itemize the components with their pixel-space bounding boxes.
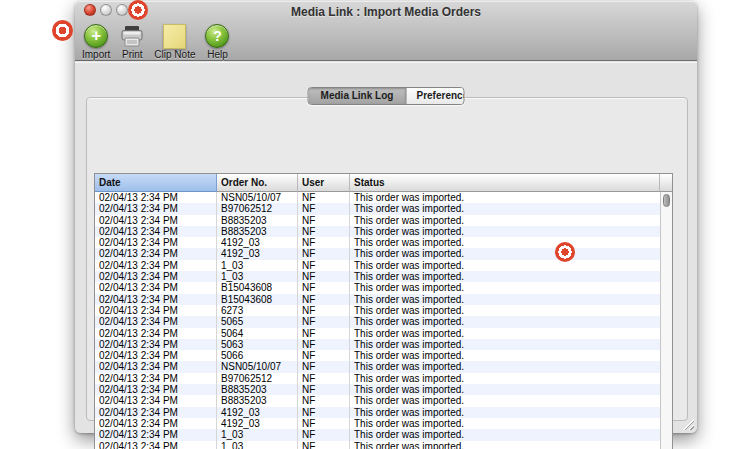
cell-date: 02/04/13 2:34 PM xyxy=(95,226,217,237)
cell-user: NF xyxy=(298,305,350,316)
cell-order: B97062512 xyxy=(217,203,298,214)
tab-preferences[interactable]: Preferences xyxy=(406,88,464,104)
cell-user: NF xyxy=(298,407,350,418)
column-header-date[interactable]: Date xyxy=(95,174,217,192)
table-row[interactable]: 02/04/13 2:34 PM4192_03NFThis order was … xyxy=(95,248,660,259)
table-row[interactable]: 02/04/13 2:34 PMB15043608NFThis order wa… xyxy=(95,294,660,305)
cell-user: NF xyxy=(298,203,350,214)
cell-status: This order was imported. xyxy=(350,339,660,350)
cell-date: 02/04/13 2:34 PM xyxy=(95,429,217,440)
cell-status: This order was imported. xyxy=(350,373,660,384)
table-row[interactable]: 02/04/13 2:34 PM1_03NFThis order was imp… xyxy=(95,429,660,440)
table-row[interactable]: 02/04/13 2:34 PM4192_03NFThis order was … xyxy=(95,237,660,248)
cell-order: B8835203 xyxy=(217,226,298,237)
table-row[interactable]: 02/04/13 2:34 PM5065NFThis order was imp… xyxy=(95,316,660,327)
printer-icon xyxy=(120,25,144,48)
cell-order: B8835203 xyxy=(217,215,298,226)
table-row[interactable]: 02/04/13 2:34 PMB97062512NFThis order wa… xyxy=(95,373,660,384)
table-row[interactable]: 02/04/13 2:34 PMB15043608NFThis order wa… xyxy=(95,282,660,293)
cell-status: This order was imported. xyxy=(350,395,660,406)
cell-status: This order was imported. xyxy=(350,237,660,248)
cell-user: NF xyxy=(298,429,350,440)
table-row[interactable]: 02/04/13 2:34 PMNSN05/10/07NFThis order … xyxy=(95,192,660,203)
cell-user: NF xyxy=(298,384,350,395)
cell-user: NF xyxy=(298,418,350,429)
sticky-note-icon xyxy=(163,24,186,49)
cell-status: This order was imported. xyxy=(350,248,660,259)
cell-status: This order was imported. xyxy=(350,441,660,449)
tab-bar: Media Link Log Preferences xyxy=(308,87,465,105)
cell-date: 02/04/13 2:34 PM xyxy=(95,350,217,361)
cell-status: This order was imported. xyxy=(350,361,660,372)
cell-date: 02/04/13 2:34 PM xyxy=(95,294,217,305)
cell-order: B8835203 xyxy=(217,384,298,395)
cell-status: This order was imported. xyxy=(350,429,660,440)
cell-status: This order was imported. xyxy=(350,192,660,203)
table-row[interactable]: 02/04/13 2:34 PMB8835203NFThis order was… xyxy=(95,395,660,406)
cell-user: NF xyxy=(298,260,350,271)
table-row[interactable]: 02/04/13 2:34 PM5063NFThis order was imp… xyxy=(95,339,660,350)
cell-status: This order was imported. xyxy=(350,384,660,395)
tab-media-link-log[interactable]: Media Link Log xyxy=(309,88,406,104)
cell-date: 02/04/13 2:34 PM xyxy=(95,260,217,271)
table-scrollbar[interactable] xyxy=(660,192,672,449)
table-row[interactable]: 02/04/13 2:34 PM1_03NFThis order was imp… xyxy=(95,441,660,449)
help-question-icon: ? xyxy=(205,24,229,48)
cell-order: 4192_03 xyxy=(217,418,298,429)
window-chrome: Media Link : Import Media Orders + Impor… xyxy=(75,1,697,61)
cell-user: NF xyxy=(298,328,350,339)
cell-user: NF xyxy=(298,248,350,259)
cell-order: B15043608 xyxy=(217,294,298,305)
table-row[interactable]: 02/04/13 2:34 PMB8835203NFThis order was… xyxy=(95,226,660,237)
cell-date: 02/04/13 2:34 PM xyxy=(95,282,217,293)
cell-date: 02/04/13 2:34 PM xyxy=(95,248,217,259)
table-row[interactable]: 02/04/13 2:34 PM1_03NFThis order was imp… xyxy=(95,260,660,271)
cell-order: 1_03 xyxy=(217,441,298,449)
cell-date: 02/04/13 2:34 PM xyxy=(95,373,217,384)
table-row[interactable]: 02/04/13 2:34 PMNSN05/10/07NFThis order … xyxy=(95,361,660,372)
cell-order: 1_03 xyxy=(217,271,298,282)
cell-order: 6273 xyxy=(217,305,298,316)
cell-user: NF xyxy=(298,373,350,384)
cell-order: B97062512 xyxy=(217,373,298,384)
table-row[interactable]: 02/04/13 2:34 PMB8835203NFThis order was… xyxy=(95,215,660,226)
table-row[interactable]: 02/04/13 2:34 PM4192_03NFThis order was … xyxy=(95,407,660,418)
cell-user: NF xyxy=(298,226,350,237)
cell-date: 02/04/13 2:34 PM xyxy=(95,203,217,214)
cell-date: 02/04/13 2:34 PM xyxy=(95,407,217,418)
import-button[interactable]: + Import xyxy=(77,23,115,60)
cell-status: This order was imported. xyxy=(350,407,660,418)
toolbar: + Import Prin xyxy=(77,23,234,61)
table-row[interactable]: 02/04/13 2:34 PM4192_03NFThis order was … xyxy=(95,418,660,429)
table-row[interactable]: 02/04/13 2:34 PMB8835203NFThis order was… xyxy=(95,384,660,395)
cell-date: 02/04/13 2:34 PM xyxy=(95,305,217,316)
scrollbar-thumb[interactable] xyxy=(663,194,670,207)
orders-table-body: 02/04/13 2:34 PMNSN05/10/07NFThis order … xyxy=(95,192,660,449)
cell-date: 02/04/13 2:34 PM xyxy=(95,418,217,429)
import-plus-icon: + xyxy=(84,24,108,48)
print-button[interactable]: Print xyxy=(115,23,149,60)
table-row[interactable]: 02/04/13 2:34 PM5066NFThis order was imp… xyxy=(95,350,660,361)
cell-status: This order was imported. xyxy=(350,271,660,282)
orders-table: Date Order No. User Status 02/04/13 2:34… xyxy=(94,173,673,449)
cell-status: This order was imported. xyxy=(350,260,660,271)
print-button-label: Print xyxy=(122,49,143,60)
cell-order: 4192_03 xyxy=(217,407,298,418)
column-header-status[interactable]: Status xyxy=(350,174,660,192)
column-header-order-no[interactable]: Order No. xyxy=(217,174,298,192)
table-row[interactable]: 02/04/13 2:34 PM6273NFThis order was imp… xyxy=(95,305,660,316)
window-title: Media Link : Import Media Orders xyxy=(75,5,697,19)
table-row[interactable]: 02/04/13 2:34 PM5064NFThis order was imp… xyxy=(95,328,660,339)
table-row[interactable]: 02/04/13 2:34 PM1_03NFThis order was imp… xyxy=(95,271,660,282)
column-header-scroll-corner xyxy=(660,174,672,192)
column-header-user[interactable]: User xyxy=(298,174,350,192)
help-button[interactable]: ? Help xyxy=(200,23,234,60)
cell-status: This order was imported. xyxy=(350,305,660,316)
table-row[interactable]: 02/04/13 2:34 PMB97062512NFThis order wa… xyxy=(95,203,660,214)
cell-date: 02/04/13 2:34 PM xyxy=(95,395,217,406)
cell-date: 02/04/13 2:34 PM xyxy=(95,237,217,248)
cell-user: NF xyxy=(298,350,350,361)
cell-date: 02/04/13 2:34 PM xyxy=(95,384,217,395)
clip-note-button[interactable]: Clip Note xyxy=(149,23,200,60)
cell-order: 4192_03 xyxy=(217,248,298,259)
